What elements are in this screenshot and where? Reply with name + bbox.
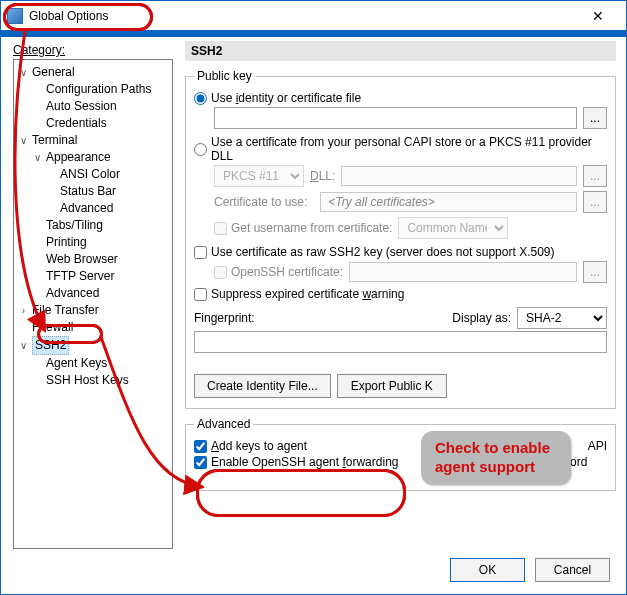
use-identity-radio[interactable]: Use identity or certificate file	[194, 91, 361, 105]
use-capi-radio-input[interactable]	[194, 143, 207, 156]
use-raw-checkbox[interactable]: Use certificate as raw SSH2 key (server …	[194, 245, 554, 259]
public-key-legend: Public key	[194, 69, 255, 83]
fingerprint-label: Fingerprint:	[194, 311, 274, 325]
tree-item-status-bar[interactable]: Status Bar	[60, 183, 116, 200]
capi-fragment-label: API	[588, 439, 607, 453]
tree-item-config-paths[interactable]: Configuration Paths	[46, 81, 151, 98]
tree-item-agent-keys[interactable]: Agent Keys	[46, 355, 107, 372]
tree-item-ssh2[interactable]: SSH2	[32, 336, 69, 355]
tree-item-advanced[interactable]: Advanced	[60, 200, 113, 217]
advanced-group: Advanced Add keys to agent Enable OpenSS…	[185, 417, 616, 491]
cert-to-use-input[interactable]	[320, 192, 577, 212]
app-icon	[7, 8, 23, 24]
cache-password-checkbox[interactable]: Cache session password	[437, 455, 587, 469]
fingerprint-input[interactable]	[194, 331, 607, 353]
use-capi-radio[interactable]: Use a certificate from your personal CAP…	[194, 135, 607, 163]
add-keys-checkbox-input[interactable]	[194, 440, 207, 453]
tree-item-auto-session[interactable]: Auto Session	[46, 98, 117, 115]
tree-item-tabs[interactable]: Tabs/Tiling	[46, 217, 103, 234]
titlebar: Global Options ✕	[1, 1, 626, 31]
tree-item-credentials[interactable]: Credentials	[46, 115, 107, 132]
export-public-key-button[interactable]: Export Public K	[337, 374, 447, 398]
chevron-down-icon[interactable]: ∨	[18, 64, 29, 81]
browse-openssh-cert-button[interactable]: ...	[583, 261, 607, 283]
chevron-right-icon[interactable]: ›	[18, 302, 29, 319]
public-key-group: Public key Use identity or certificate f…	[185, 69, 616, 409]
category-label: Category:	[13, 43, 65, 57]
tree-item-web-browser[interactable]: Web Browser	[46, 251, 118, 268]
chevron-down-icon[interactable]: ∨	[18, 132, 29, 149]
display-as-select[interactable]: SHA-2	[517, 307, 607, 329]
tree-item-appearance[interactable]: Appearance	[46, 149, 111, 166]
ok-button[interactable]: OK	[450, 558, 525, 582]
dialog-footer: OK Cancel	[1, 546, 626, 594]
tree-item-host-keys[interactable]: SSH Host Keys	[46, 372, 129, 389]
suppress-warning-checkbox[interactable]: Suppress expired certificate warning	[194, 287, 404, 301]
pkcs11-select[interactable]: PKCS #11	[214, 165, 304, 187]
tree-item-terminal[interactable]: Terminal	[32, 132, 77, 149]
tree-item-general[interactable]: General	[32, 64, 75, 81]
enable-forwarding-checkbox[interactable]: Enable OpenSSH agent forwarding	[194, 455, 398, 469]
category-tree[interactable]: ∨General ∨Configuration Paths ∨Auto Sess…	[13, 59, 173, 549]
openssh-cert-input[interactable]	[349, 262, 577, 282]
close-button[interactable]: ✕	[575, 1, 620, 31]
display-as-label: Display as:	[452, 311, 511, 325]
panel-heading: SSH2	[185, 41, 616, 61]
enable-forwarding-checkbox-input[interactable]	[194, 456, 207, 469]
openssh-cert-checkbox-input[interactable]	[214, 266, 227, 279]
use-identity-radio-input[interactable]	[194, 92, 207, 105]
tree-item-printing[interactable]: Printing	[46, 234, 87, 251]
browse-cert-button[interactable]: ...	[583, 191, 607, 213]
browse-dll-button[interactable]: ...	[583, 165, 607, 187]
tree-item-firewall[interactable]: Firewall	[32, 319, 73, 336]
get-username-checkbox[interactable]: Get username from certificate:	[214, 221, 392, 235]
chevron-down-icon[interactable]: ∨	[32, 149, 43, 166]
tree-item-term-advanced[interactable]: Advanced	[46, 285, 99, 302]
dll-input[interactable]	[341, 166, 577, 186]
openssh-cert-checkbox[interactable]: OpenSSH certificate:	[214, 265, 343, 279]
window-title: Global Options	[29, 9, 575, 23]
advanced-legend: Advanced	[194, 417, 253, 431]
add-keys-checkbox[interactable]: Add keys to agent	[194, 439, 307, 453]
tree-item-tftp[interactable]: TFTP Server	[46, 268, 114, 285]
common-name-select[interactable]: Common Name	[398, 217, 508, 239]
use-raw-checkbox-input[interactable]	[194, 246, 207, 259]
create-identity-button[interactable]: Create Identity File...	[194, 374, 331, 398]
cancel-button[interactable]: Cancel	[535, 558, 610, 582]
tree-item-file-transfer[interactable]: File Transfer	[32, 302, 99, 319]
tree-item-ansi-color[interactable]: ANSI Color	[60, 166, 120, 183]
cert-to-use-label: Certificate to use:	[214, 195, 314, 209]
cache-password-checkbox-input[interactable]	[437, 456, 450, 469]
suppress-warning-checkbox-input[interactable]	[194, 288, 207, 301]
get-username-checkbox-input[interactable]	[214, 222, 227, 235]
browse-identity-button[interactable]: ...	[583, 107, 607, 129]
dll-label: DLL:	[310, 169, 335, 183]
chevron-down-icon[interactable]: ∨	[18, 337, 29, 354]
identity-file-input[interactable]	[214, 107, 577, 129]
